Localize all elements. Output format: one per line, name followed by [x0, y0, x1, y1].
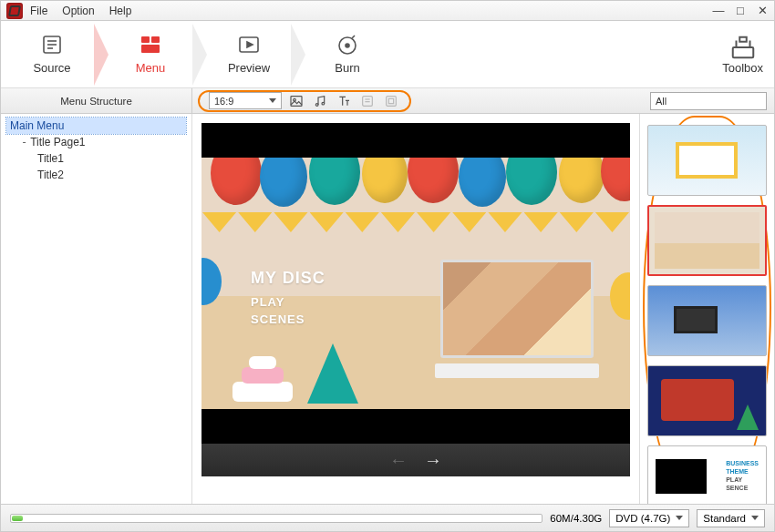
svg-rect-6 [141, 45, 160, 53]
tab-burn[interactable]: Burn [307, 27, 388, 82]
toolbox-button[interactable]: Toolbox [722, 34, 763, 75]
quality-select[interactable]: Standard [697, 509, 765, 527]
svg-rect-5 [151, 36, 160, 43]
sub-toolbar: Menu Structure 16:9 All [1, 88, 774, 114]
title-bar: File Option Help — □ ✕ [1, 1, 774, 21]
chevron-down-icon [676, 516, 683, 520]
bunting-icon [202, 212, 630, 232]
svg-rect-19 [363, 96, 373, 106]
disc-usage-label: 60M/4.30G [550, 513, 602, 524]
balloon-icon [408, 158, 459, 203]
add-button-button [382, 92, 400, 110]
template-filter-select[interactable]: All [650, 92, 767, 110]
svg-rect-4 [141, 36, 150, 43]
close-button[interactable]: ✕ [756, 4, 769, 17]
svg-rect-11 [732, 47, 753, 57]
toolbox-label: Toolbox [722, 61, 763, 75]
balloon-icon [506, 158, 557, 205]
add-text-button[interactable] [335, 92, 353, 110]
menu-title: MY DISC [251, 269, 326, 288]
chevron-down-icon [751, 516, 759, 520]
menu-help[interactable]: Help [109, 5, 132, 17]
add-music-button[interactable] [311, 92, 329, 110]
svg-marker-8 [247, 42, 253, 47]
step-separator-icon [94, 24, 108, 86]
tab-preview-label: Preview [228, 61, 270, 75]
tree-item-main-menu[interactable]: Main Menu [6, 118, 186, 134]
preview-icon [235, 34, 263, 56]
quality-value: Standard [703, 513, 746, 524]
minimize-button[interactable]: — [712, 4, 725, 17]
svg-point-18 [322, 102, 325, 105]
disc-usage-fill [12, 516, 23, 521]
balloon-icon [601, 158, 630, 201]
template-thumb[interactable]: BUSINESS THEME PLAY SENCE [647, 445, 767, 504]
menu-file[interactable]: File [30, 5, 47, 17]
tree-item-label: Title Page1 [30, 136, 85, 148]
disc-type-value: DVD (4.7G) [615, 513, 670, 524]
disc-type-select[interactable]: DVD (4.7G) [609, 509, 689, 527]
svg-rect-22 [387, 96, 397, 106]
template-thumb[interactable] [647, 125, 767, 196]
balloon-icon [211, 158, 262, 205]
window-controls: — □ ✕ [712, 4, 769, 17]
balloon-icon [362, 158, 408, 203]
main-area: Main Menu -Title Page1 Title1 Title2 [1, 114, 774, 504]
template-filter-value: All [656, 96, 666, 107]
balloon-icon [260, 158, 307, 207]
tree-item-title1[interactable]: Title1 [6, 150, 186, 167]
balloon-icon [559, 158, 604, 203]
step-tabs: Source Menu Preview Burn Toolbox [1, 21, 774, 88]
balloon-icon [309, 158, 360, 205]
toolbar-highlight: 16:9 [198, 90, 411, 112]
toolbox-icon [729, 34, 757, 56]
menu-text-block[interactable]: MY DISC PLAY SCENES [251, 269, 326, 326]
template-thumb[interactable] [647, 365, 767, 436]
preview-content: MY DISC PLAY SCENES [202, 158, 630, 409]
aspect-ratio-select[interactable]: 16:9 [209, 92, 282, 109]
video-thumbnail[interactable] [435, 260, 599, 378]
svg-rect-14 [739, 37, 747, 42]
menu-preview[interactable]: MY DISC PLAY SCENES [202, 123, 630, 444]
svg-point-10 [346, 44, 349, 47]
prev-page-button[interactable]: ← [389, 450, 408, 471]
svg-point-17 [315, 103, 318, 106]
cake-icon [227, 351, 298, 402]
tree-item-title-page[interactable]: -Title Page1 [6, 134, 186, 150]
aspect-ratio-value: 16:9 [214, 96, 233, 107]
add-image-button[interactable] [287, 92, 305, 110]
party-hat-icon [307, 343, 358, 404]
preview-nav: ← → [202, 444, 630, 476]
status-bar: 60M/4.30G DVD (4.7G) Standard [1, 504, 774, 531]
svg-rect-23 [388, 98, 393, 103]
tree-item-title2[interactable]: Title2 [6, 167, 186, 183]
menu-structure-tree: Main Menu -Title Page1 Title1 Title2 [1, 114, 192, 504]
source-icon [38, 34, 66, 56]
tab-source[interactable]: Source [12, 27, 92, 82]
balloon-icon [459, 158, 506, 207]
add-chapter-button [358, 92, 377, 110]
collapse-icon[interactable]: - [21, 136, 27, 148]
tab-preview[interactable]: Preview [209, 27, 289, 82]
tab-burn-label: Burn [335, 61, 359, 75]
tab-source-label: Source [33, 61, 70, 75]
balloon-icon [610, 272, 630, 320]
next-page-button[interactable]: → [424, 450, 442, 471]
template-caption: BUSINESS THEME PLAY SENCE [726, 459, 759, 492]
tab-menu-label: Menu [136, 61, 166, 75]
step-separator-icon [192, 24, 207, 86]
maximize-button[interactable]: □ [734, 4, 747, 17]
menu-scenes-link[interactable]: SCENES [251, 312, 326, 326]
menu-option[interactable]: Option [62, 5, 94, 17]
template-thumb[interactable] [647, 285, 767, 356]
chevron-down-icon [269, 98, 276, 103]
template-list[interactable]: BUSINESS THEME PLAY SENCE [647, 125, 767, 504]
template-panel: BUSINESS THEME PLAY SENCE [639, 114, 774, 504]
menu-bar: File Option Help [30, 5, 131, 17]
svg-rect-15 [291, 96, 302, 106]
tab-menu[interactable]: Menu [110, 27, 191, 82]
menu-icon [137, 34, 164, 56]
menu-play-link[interactable]: PLAY [251, 295, 326, 309]
template-thumb[interactable] [647, 205, 767, 276]
burn-icon [334, 34, 361, 56]
